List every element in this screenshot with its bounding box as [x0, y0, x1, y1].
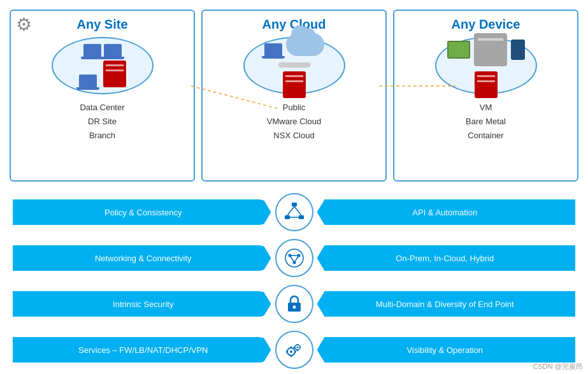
policy-right-arrow: API & Automation — [317, 199, 576, 225]
svg-line-13 — [290, 255, 294, 263]
laptop-icon-3 — [79, 75, 97, 87]
network-icon-circle — [275, 193, 313, 231]
row-networking: Networking & Connectivity On-Prem, In-Cl… — [13, 239, 575, 277]
svg-rect-28 — [299, 347, 301, 349]
diagram-section: ⚙ Any Site Data Center DR Site Bran — [10, 10, 578, 182]
any-device-box: Any Device VM Bare Metal Container — [393, 10, 578, 182]
any-cloud-labels: Public VMware Cloud NSX Cloud — [267, 101, 321, 143]
services-right-arrow: Visibility & Operation — [317, 337, 576, 363]
svg-rect-4 — [299, 215, 304, 219]
svg-point-24 — [296, 347, 298, 349]
svg-line-5 — [287, 206, 294, 215]
svg-rect-22 — [294, 351, 296, 353]
network-icon-svg — [283, 201, 305, 223]
laptop-icon — [83, 44, 101, 57]
gear-icon: ⚙ — [16, 14, 32, 35]
cloud-laptop — [264, 43, 282, 56]
any-device-oval — [435, 37, 537, 94]
server-tower-icon — [474, 33, 507, 66]
svg-point-8 — [285, 249, 303, 267]
row-services: Services – FW/LB/NAT/DHCP/VPN — [13, 331, 575, 369]
security-right-arrow: Multi-Domain & Diversity of End Point — [317, 291, 576, 317]
svg-rect-26 — [296, 350, 298, 351]
svg-rect-19 — [290, 347, 292, 349]
any-site-oval — [52, 37, 154, 94]
svg-rect-20 — [290, 355, 292, 357]
tablet-icon — [511, 40, 525, 60]
services-left-arrow: Services – FW/LB/NAT/DHCP/VPN — [13, 337, 271, 363]
svg-rect-27 — [294, 347, 295, 349]
topology-icon-circle — [275, 239, 313, 277]
cloud-shape — [286, 33, 324, 56]
site-boxes-container: ⚙ Any Site Data Center DR Site Bran — [10, 10, 578, 182]
gear2-icon-circle — [275, 331, 313, 369]
bottom-section: Policy & Consistency API & Automation Ne… — [10, 193, 578, 373]
any-device-labels: VM Bare Metal Container — [466, 101, 506, 143]
any-site-title: Any Site — [76, 17, 127, 32]
security-left-arrow: Intrinsic Security — [13, 291, 271, 317]
svg-rect-25 — [296, 344, 298, 345]
row-policy: Policy & Consistency API & Automation — [13, 193, 575, 231]
cloud-firewall — [283, 71, 306, 98]
networking-left-arrow: Networking & Connectivity — [13, 245, 271, 271]
policy-left-arrow: Policy & Consistency — [13, 199, 271, 225]
lock-icon-circle — [275, 285, 313, 323]
svg-rect-2 — [292, 203, 297, 206]
svg-rect-3 — [285, 215, 290, 219]
any-site-labels: Data Center DR Site Branch — [80, 101, 124, 143]
row-security: Intrinsic Security Multi-Domain & Divers… — [13, 285, 575, 323]
laptop-icon-2 — [104, 44, 122, 57]
firewall-icon — [103, 61, 126, 87]
svg-rect-21 — [286, 351, 288, 353]
lock-icon-svg — [285, 294, 303, 314]
svg-point-16 — [292, 306, 296, 309]
watermark: CSDN @完俊昂 — [533, 362, 583, 371]
gear2-icon-svg — [283, 339, 305, 361]
any-cloud-oval — [243, 37, 345, 94]
any-device-title: Any Device — [452, 17, 520, 32]
svg-line-14 — [294, 255, 299, 263]
topology-icon-svg — [283, 247, 305, 269]
networking-right-arrow: On-Prem, In-Cloud, Hybrid — [317, 245, 576, 271]
laptop-row — [83, 44, 122, 57]
monitor-group — [447, 33, 525, 66]
svg-line-6 — [294, 206, 301, 215]
device-firewall — [475, 71, 498, 98]
monitor-icon — [447, 41, 470, 59]
svg-point-18 — [290, 350, 292, 353]
any-site-box: ⚙ Any Site Data Center DR Site Bran — [10, 10, 195, 182]
any-cloud-box: Any Cloud Public VMware Cloud NSX Cloud — [201, 10, 387, 182]
